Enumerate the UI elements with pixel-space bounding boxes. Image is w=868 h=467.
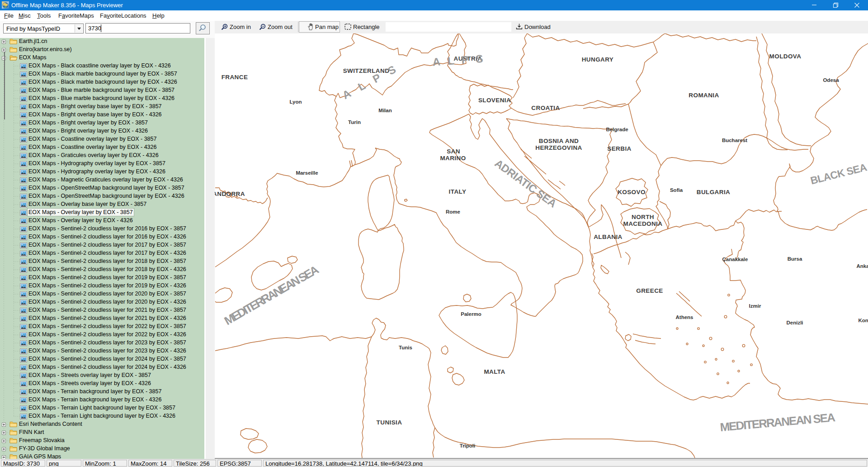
svg-text:BULGARIA: BULGARIA <box>697 189 730 195</box>
svg-text:ALBANIA: ALBANIA <box>594 234 623 240</box>
svg-text:Belgrade: Belgrade <box>606 127 628 132</box>
svg-text:SAN: SAN <box>447 148 460 155</box>
svg-text:Tripoli: Tripoli <box>460 443 476 448</box>
svg-text:ITALY: ITALY <box>449 188 467 195</box>
svg-text:CROATIA: CROATIA <box>531 105 560 111</box>
svg-text:SLOVENIA: SLOVENIA <box>478 97 511 104</box>
svg-text:Konya: Konya <box>858 318 868 323</box>
svg-text:BOSNIA AND: BOSNIA AND <box>539 138 579 144</box>
svg-text:Palermo: Palermo <box>461 311 481 317</box>
svg-text:MEDITERRANEAN SEA: MEDITERRANEAN SEA <box>222 262 321 328</box>
svg-text:MEDITERRANEAN SEA: MEDITERRANEAN SEA <box>719 410 836 434</box>
svg-text:ADRIATIC SEA: ADRIATIC SEA <box>493 157 559 210</box>
svg-text:HERZEGOVINA: HERZEGOVINA <box>535 144 582 151</box>
svg-text:ALPS: ALPS <box>340 58 407 101</box>
svg-text:Marseille: Marseille <box>296 170 318 176</box>
svg-text:ANDORRA: ANDORRA <box>215 191 245 197</box>
svg-text:Tunis: Tunis <box>399 345 412 350</box>
svg-text:Ankara: Ankara <box>857 263 868 269</box>
svg-text:FRANCE: FRANCE <box>222 74 248 81</box>
svg-text:BLACK SEA: BLACK SEA <box>809 161 868 186</box>
svg-text:Odesa: Odesa <box>823 77 839 83</box>
svg-text:TUNISIA: TUNISIA <box>377 419 402 426</box>
svg-text:Rome: Rome <box>446 209 460 214</box>
svg-text:MACEDONIA: MACEDONIA <box>623 220 663 227</box>
svg-text:GREECE: GREECE <box>636 287 663 294</box>
svg-text:NORTH: NORTH <box>632 214 654 220</box>
svg-text:MALTA: MALTA <box>484 368 505 375</box>
svg-text:SERBIA: SERBIA <box>607 145 631 152</box>
svg-text:Izmir: Izmir <box>749 303 761 309</box>
svg-text:MARINO: MARINO <box>440 155 466 162</box>
svg-text:ROMANIA: ROMANIA <box>689 92 719 99</box>
svg-text:Turin: Turin <box>348 119 361 125</box>
svg-text:ALPS: ALPS <box>432 52 491 68</box>
svg-text:Athens: Athens <box>676 315 693 320</box>
svg-text:Bursa: Bursa <box>788 256 802 262</box>
svg-text:Sofia: Sofia <box>670 187 683 193</box>
svg-text:KOSOVO: KOSOVO <box>618 189 646 195</box>
svg-text:Çanakkale: Çanakkale <box>722 257 748 262</box>
svg-text:MOLDOVA: MOLDOVA <box>769 53 802 60</box>
svg-text:HUNGARY: HUNGARY <box>582 56 614 63</box>
svg-text:Lyon: Lyon <box>289 99 302 105</box>
svg-text:Bucharest: Bucharest <box>722 138 747 143</box>
svg-text:Milan: Milan <box>378 108 392 113</box>
svg-text:Denizli: Denizli <box>786 320 803 325</box>
